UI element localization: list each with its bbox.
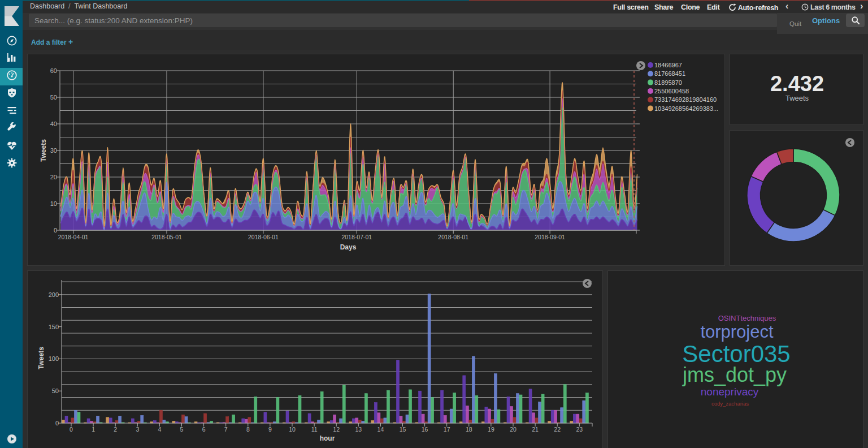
svg-text:21: 21 [532,426,539,433]
svg-text:8: 8 [246,426,250,433]
svg-text:Days: Days [340,243,357,251]
svg-text:81895870: 81895870 [654,79,682,86]
svg-text:3: 3 [136,426,139,433]
svg-text:9: 9 [268,426,272,433]
svg-text:5: 5 [180,426,184,433]
svg-text:2018-04-01: 2018-04-01 [58,234,89,240]
svg-text:noneprivacy: noneprivacy [701,386,759,398]
svg-text:torproject: torproject [700,322,774,342]
svg-text:2018-05-01: 2018-05-01 [151,234,182,240]
svg-text:0: 0 [55,420,59,427]
svg-text:20: 20 [510,426,517,433]
svg-text:10: 10 [289,426,296,433]
svg-text:14: 14 [377,426,384,433]
svg-text:18: 18 [466,426,472,433]
svg-text:50: 50 [50,94,57,101]
svg-text:1: 1 [92,426,95,433]
svg-text:2018-07-01: 2018-07-01 [341,234,372,240]
svg-text:2018-06-01: 2018-06-01 [248,234,279,240]
svg-text:hour: hour [320,434,335,442]
svg-text:23: 23 [576,426,583,433]
svg-text:16: 16 [422,426,428,433]
svg-text:2: 2 [114,426,117,433]
svg-text:17: 17 [444,426,450,433]
svg-text:100: 100 [49,355,59,362]
svg-text:2550600458: 2550600458 [654,88,689,94]
svg-text:cody_zacharias: cody_zacharias [711,400,749,407]
svg-text:60: 60 [50,67,57,74]
svg-text:7: 7 [224,426,228,433]
svg-text:2018-09-01: 2018-09-01 [535,234,565,240]
svg-text:10349268564269383...: 10349268564269383... [654,105,718,112]
svg-text:200: 200 [49,291,59,298]
svg-text:20: 20 [50,174,57,180]
svg-text:12: 12 [333,426,340,433]
svg-text:19: 19 [488,426,494,433]
svg-text:6: 6 [202,426,206,433]
svg-text:22: 22 [554,426,561,433]
svg-text:jms_dot_py: jms_dot_py [682,363,787,386]
svg-text:OSINTtechniques: OSINTtechniques [718,314,776,322]
svg-text:30: 30 [50,147,57,154]
svg-text:817668451: 817668451 [654,70,685,77]
svg-text:50: 50 [52,387,59,394]
svg-text:11: 11 [311,426,318,433]
svg-text:2018-08-01: 2018-08-01 [438,234,468,240]
svg-text:4: 4 [158,426,161,433]
svg-text:10: 10 [50,200,57,207]
svg-text:13: 13 [355,426,362,433]
svg-text:150: 150 [49,324,59,330]
svg-text:733174692819804160: 733174692819804160 [654,96,717,103]
svg-text:0: 0 [54,227,57,234]
svg-text:40: 40 [50,120,57,127]
svg-text:Tweets: Tweets [37,347,45,369]
svg-text:15: 15 [400,426,406,433]
svg-text:Tweets: Tweets [40,139,47,162]
svg-text:18466967: 18466967 [654,62,682,68]
svg-text:0: 0 [70,426,73,433]
